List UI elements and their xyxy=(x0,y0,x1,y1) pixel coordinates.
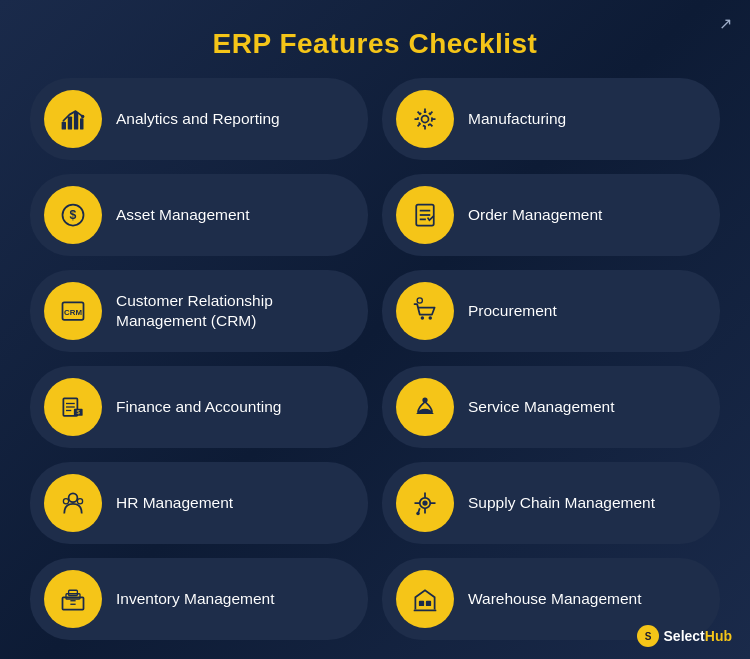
order-label: Order Management xyxy=(468,205,602,225)
card-order: Order Management xyxy=(382,174,720,256)
svg-point-16 xyxy=(429,316,433,320)
service-icon xyxy=(396,378,454,436)
analytics-label: Analytics and Reporting xyxy=(116,109,280,129)
analytics-icon xyxy=(44,90,102,148)
card-manufacturing: Manufacturing xyxy=(382,78,720,160)
inventory-label: Inventory Management xyxy=(116,589,275,609)
svg-text:CRM: CRM xyxy=(64,308,82,317)
card-analytics: Analytics and Reporting xyxy=(30,78,368,160)
svg-rect-0 xyxy=(62,122,66,130)
svg-rect-1 xyxy=(68,116,72,129)
svg-point-29 xyxy=(423,501,427,505)
warehouse-icon xyxy=(396,570,454,628)
card-supply: Supply Chain Management xyxy=(382,462,720,544)
supply-icon xyxy=(396,474,454,532)
warehouse-label: Warehouse Management xyxy=(468,589,641,609)
svg-rect-34 xyxy=(69,590,78,595)
crm-label: Customer Relationship Management (CRM) xyxy=(116,291,350,331)
svg-point-26 xyxy=(63,499,68,504)
feature-grid: Analytics and Reporting Manufacturing $ … xyxy=(0,78,750,659)
svg-rect-39 xyxy=(426,601,431,606)
svg-text:$: $ xyxy=(77,408,81,415)
brand-select: Select xyxy=(664,628,705,644)
svg-text:$: $ xyxy=(70,208,77,222)
share-icon[interactable]: ↗ xyxy=(719,14,732,33)
svg-point-6 xyxy=(418,112,432,126)
svg-point-24 xyxy=(422,397,427,402)
crm-icon: CRM xyxy=(44,282,102,340)
card-asset: $ Asset Management xyxy=(30,174,368,256)
card-service: Service Management xyxy=(382,366,720,448)
manufacturing-label: Manufacturing xyxy=(468,109,566,129)
card-hr: HR Management xyxy=(30,462,368,544)
svg-rect-2 xyxy=(74,112,78,130)
procurement-label: Procurement xyxy=(468,301,557,321)
svg-point-17 xyxy=(417,298,422,303)
card-inventory: Inventory Management xyxy=(30,558,368,640)
service-label: Service Management xyxy=(468,397,614,417)
inventory-icon xyxy=(44,570,102,628)
order-icon xyxy=(396,186,454,244)
card-procurement: Procurement xyxy=(382,270,720,352)
branding: S SelectHub xyxy=(637,625,732,647)
page-title: ERP Features Checklist xyxy=(0,0,750,78)
svg-point-27 xyxy=(77,499,82,504)
svg-point-15 xyxy=(421,316,425,320)
brand-hub: Hub xyxy=(705,628,732,644)
svg-rect-37 xyxy=(414,610,437,612)
svg-rect-38 xyxy=(419,601,424,606)
svg-point-4 xyxy=(81,115,85,119)
svg-text:S: S xyxy=(644,631,651,642)
asset-icon: $ xyxy=(44,186,102,244)
manufacturing-icon xyxy=(396,90,454,148)
svg-rect-3 xyxy=(80,118,84,129)
supply-label: Supply Chain Management xyxy=(468,493,655,513)
finance-icon: $ xyxy=(44,378,102,436)
svg-point-25 xyxy=(69,493,78,502)
procurement-icon xyxy=(396,282,454,340)
asset-label: Asset Management xyxy=(116,205,250,225)
hr-label: HR Management xyxy=(116,493,233,513)
card-crm: CRM Customer Relationship Management (CR… xyxy=(30,270,368,352)
hr-icon xyxy=(44,474,102,532)
svg-point-5 xyxy=(422,116,429,123)
finance-label: Finance and Accounting xyxy=(116,397,281,417)
card-finance: $ Finance and Accounting xyxy=(30,366,368,448)
